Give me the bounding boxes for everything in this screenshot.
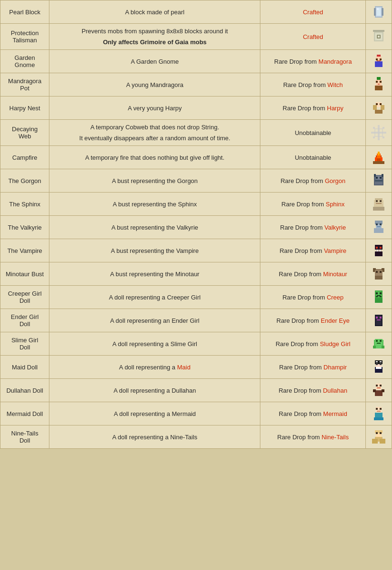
item-source: Rare Drop from Sphinx [260,193,366,216]
svg-rect-112 [373,389,376,392]
svg-rect-129 [382,439,385,444]
item-name: Campfire [0,146,49,169]
svg-rect-104 [380,363,382,365]
item-icon [366,146,392,169]
item-source: Rare Drop from Mandragora [260,50,366,73]
item-source: Crafted [260,24,366,50]
svg-rect-24 [380,81,382,83]
item-source: Rare Drop from Harpy [260,97,366,120]
item-description: A bust representing the Minotaur [49,262,260,286]
item-description: A doll representing a Nine-Tails [49,425,260,449]
svg-rect-42 [378,152,380,155]
item-source: Rare Drop from Vampire [260,239,366,262]
svg-rect-127 [375,439,378,444]
svg-rect-109 [376,385,378,386]
svg-rect-123 [376,432,378,434]
svg-rect-85 [380,296,382,297]
item-icon [366,193,392,216]
svg-rect-128 [380,439,382,444]
svg-rect-8 [376,34,382,39]
item-source: Crafted [260,0,366,24]
item-description: A bust representing the Gorgon [49,169,260,193]
item-icon [366,402,392,425]
item-source: Rare Drop from Gorgon [260,169,366,193]
item-source: Rare Drop from Witch [260,73,366,97]
item-source: Unobtainable [260,120,366,146]
svg-rect-3 [377,8,379,10]
item-icon [366,50,392,73]
item-name: Garden Gnome [0,50,49,73]
svg-rect-44 [381,157,382,161]
item-source: Rare Drop from Valkyrie [260,216,366,239]
item-description: A temporary Cobweb that does not drop St… [49,120,260,146]
svg-rect-116 [380,408,382,410]
svg-rect-120 [379,417,383,420]
item-name: Ender Girl Doll [0,309,49,332]
item-icon [366,73,392,97]
svg-rect-17 [376,58,378,60]
svg-rect-110 [380,385,382,386]
item-icon [366,239,392,262]
item-table: Pearl BlockA block made of pearlCrafted … [0,0,392,449]
item-name: Mandragora Pot [0,73,49,97]
svg-rect-111 [377,387,381,388]
svg-rect-12 [377,38,381,39]
svg-rect-39 [373,161,384,164]
svg-rect-98 [382,346,384,348]
svg-rect-4 [374,8,376,16]
svg-rect-95 [380,340,382,342]
item-source: Rare Drop from Mermaid [260,402,366,425]
item-name: Protection Talisman [0,24,49,50]
item-description: A bust representing the Vampire [49,239,260,262]
item-source: Rare Drop from Sludge Girl [260,332,366,356]
svg-rect-118 [375,413,382,417]
svg-rect-33 [371,132,386,134]
svg-rect-71 [380,250,381,251]
svg-rect-115 [376,408,378,410]
svg-rect-97 [373,346,376,348]
svg-rect-19 [377,60,381,61]
svg-rect-57 [376,203,382,204]
item-description: A doll representing an Ender Girl [49,309,260,332]
item-description: A doll representing a Dullahan [49,379,260,402]
item-icon [366,262,392,286]
svg-rect-126 [372,439,375,444]
item-name: The Vampire [0,239,49,262]
item-description: A Garden Gnome [49,50,260,73]
svg-rect-52 [382,174,383,177]
svg-rect-67 [376,247,378,249]
svg-rect-107 [375,390,382,396]
item-name: Decaying Web [0,120,49,146]
item-name: Slime Girl Doll [0,332,49,356]
svg-rect-27 [373,105,377,110]
svg-rect-31 [380,103,382,105]
item-name: Harpy Nest [0,97,49,120]
svg-rect-119 [374,417,379,420]
svg-rect-78 [375,276,382,280]
svg-rect-70 [377,250,378,251]
item-icon [366,216,392,239]
item-source: Rare Drop from Minotaur [260,262,366,286]
svg-rect-18 [380,58,382,60]
item-source: Rare Drop from Ender Eye [260,309,366,332]
svg-rect-117 [377,411,381,412]
item-description: A block made of pearl [49,0,260,24]
item-source: Rare Drop from Dhampir [260,356,366,379]
svg-rect-58 [373,207,384,211]
svg-rect-11 [377,35,381,36]
svg-rect-77 [380,271,382,273]
svg-rect-102 [380,361,382,362]
item-icon [366,24,392,50]
item-source: Unobtainable [260,146,366,169]
svg-rect-63 [374,228,383,233]
item-icon [366,169,392,193]
svg-rect-22 [375,86,382,90]
svg-rect-23 [376,81,378,83]
item-icon [366,286,392,309]
item-name: Mermaid Doll [0,402,49,425]
svg-rect-25 [378,84,380,85]
item-source: Rare Drop from Creep [260,286,366,309]
svg-rect-30 [376,103,378,105]
item-description: A very young Harpy [49,97,260,120]
item-icon [366,425,392,449]
